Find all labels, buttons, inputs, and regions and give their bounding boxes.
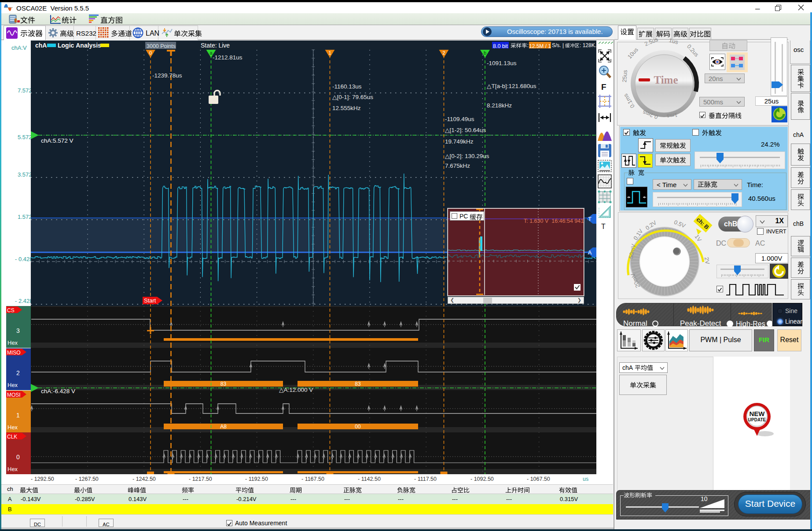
svg-text:chA:-6.428 V: chA:-6.428 V (41, 388, 75, 395)
svg-text:00: 00 (355, 424, 361, 430)
svg-text:-1109.49us: -1109.49us (445, 116, 474, 122)
svg-text:-1091.13us: -1091.13us (487, 60, 517, 66)
svg-text:Time: Time (654, 74, 678, 86)
svg-text:7.675kHz: 7.675kHz (445, 162, 470, 169)
svg-text:T: T (588, 216, 592, 222)
svg-text:NEW: NEW (750, 410, 765, 417)
svg-text:△[0-1]: 79.65us: △[0-1]: 79.65us (332, 94, 373, 100)
svg-text:T: 1.630 V 16:46:54 941: T: 1.630 V 16:46:54 941 (524, 218, 584, 224)
svg-text:-1239.78us: -1239.78us (152, 72, 182, 79)
svg-text:chA:5.572 V: chA:5.572 V (41, 137, 73, 144)
svg-text:0: 0 (149, 50, 152, 55)
svg-text:T: T (601, 223, 606, 230)
svg-text:19.749kHz: 19.749kHz (445, 138, 474, 145)
svg-text:b: b (484, 50, 486, 55)
svg-text:1: 1 (328, 50, 331, 55)
svg-text:-1160.13us: -1160.13us (332, 83, 362, 90)
svg-text:△A:12.000 V: △A:12.000 V (279, 387, 313, 393)
svg-text:△[0-2]: 130.29us: △[0-2]: 130.29us (445, 153, 489, 159)
svg-text:83: 83 (355, 381, 361, 387)
svg-text:83: 83 (220, 381, 227, 387)
svg-text:△T[a-b]:121.680us: △T[a-b]:121.680us (487, 83, 536, 89)
svg-text:2: 2 (442, 50, 445, 55)
svg-text:F: F (601, 82, 606, 92)
svg-text:Start: Start (144, 297, 156, 304)
svg-text:UPDATE: UPDATE (748, 417, 766, 422)
svg-text:-1212.81us: -1212.81us (213, 54, 242, 61)
svg-text:A: A (588, 249, 592, 256)
svg-text:A8: A8 (220, 424, 227, 430)
svg-text:8.218kHz: 8.218kHz (487, 102, 512, 109)
svg-text:△[1-2]: 50.64us: △[1-2]: 50.64us (445, 127, 486, 133)
svg-text:12.555kHz: 12.555kHz (332, 105, 361, 111)
